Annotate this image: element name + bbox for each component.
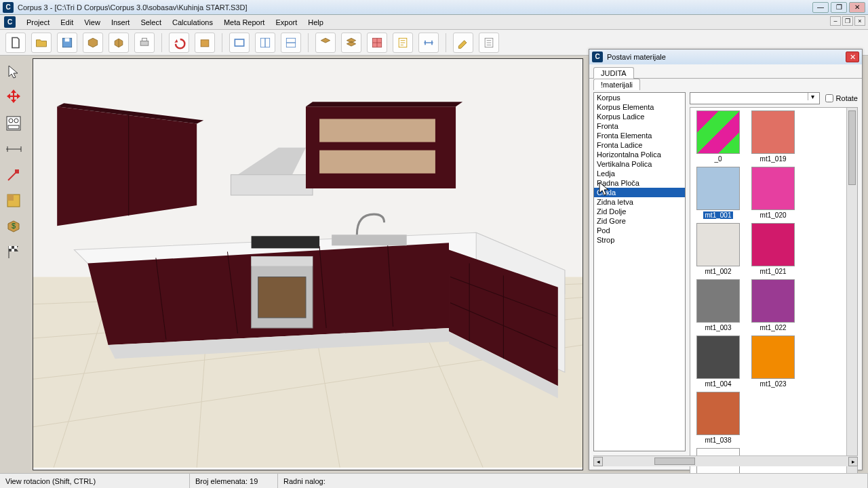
menu-insert[interactable]: Insert: [106, 16, 136, 28]
tool-view1-icon[interactable]: [229, 33, 250, 53]
material-swatch[interactable]: mt1_022: [751, 279, 795, 331]
material-swatch[interactable]: mt1_002: [696, 223, 740, 275]
window-title: Corpus 3 - [C:\Tri D Corpus\Corpus 3.0\s…: [18, 3, 812, 12]
svg-rect-1: [65, 38, 70, 41]
window-titlebar: C Corpus 3 - [C:\Tri D Corpus\Corpus 3.0…: [0, 0, 868, 15]
rotate-checkbox[interactable]: Rotate: [825, 94, 858, 102]
panel-user-tab[interactable]: JUDITA: [593, 67, 634, 79]
tool-save-icon[interactable]: [57, 33, 77, 53]
tool-element-icon[interactable]: [83, 33, 103, 53]
svg-marker-35: [231, 175, 313, 195]
svg-rect-51: [332, 235, 407, 245]
tool-flag-icon[interactable]: [3, 241, 24, 263]
svg-rect-5: [235, 39, 243, 46]
tool-view3-icon[interactable]: [281, 33, 301, 53]
menu-project[interactable]: Project: [21, 16, 55, 28]
tool-package-icon[interactable]: [195, 33, 215, 53]
tool-list-icon[interactable]: [479, 33, 499, 53]
svg-rect-48: [258, 277, 306, 318]
category-item[interactable]: Fronta Elementa: [594, 131, 685, 140]
panel-title: Postavi materijale: [607, 53, 846, 61]
tool-stove-icon[interactable]: [3, 113, 24, 134]
svg-rect-17: [15, 169, 19, 174]
category-item[interactable]: Ledja: [594, 169, 685, 178]
material-swatch[interactable]: mt1_020: [751, 167, 795, 219]
category-item[interactable]: Zidna letva: [594, 197, 685, 207]
tool-new-icon[interactable]: [5, 33, 26, 53]
panel-icon: C: [592, 52, 603, 62]
material-swatch[interactable]: mt1_019: [751, 110, 795, 163]
material-filter-combo[interactable]: [690, 92, 820, 104]
category-item[interactable]: Vertikalna Polica: [594, 159, 685, 169]
tool-report-icon[interactable]: [393, 33, 413, 53]
swatch-grid: _0mt1_001mt1_002mt1_003mt1_004 mt1_019mt…: [690, 108, 846, 488]
swatch-hscrollbar[interactable]: ◂▸: [593, 455, 858, 466]
svg-rect-9: [286, 43, 295, 47]
tool-undo-icon[interactable]: [169, 33, 189, 53]
category-item[interactable]: Zid Dolje: [594, 207, 685, 216]
window-maximize-button[interactable]: ❐: [831, 2, 847, 13]
tool-open-icon[interactable]: [31, 33, 52, 53]
category-item[interactable]: Pod: [594, 226, 685, 235]
tool-material2-icon[interactable]: [341, 33, 361, 53]
tool-cursor-icon[interactable]: [3, 61, 24, 83]
svg-rect-6: [260, 38, 265, 47]
menu-edit[interactable]: Edit: [55, 16, 79, 28]
menu-meta-report[interactable]: Meta Report: [218, 16, 271, 28]
svg-rect-49: [252, 256, 313, 266]
menu-select[interactable]: Select: [135, 16, 167, 28]
panel-group-tab[interactable]: !materijali: [593, 79, 640, 90]
material-swatch[interactable]: mt1_003: [696, 279, 740, 331]
tool-move-icon[interactable]: [3, 87, 24, 108]
category-item[interactable]: Korpus: [594, 93, 685, 102]
mdi-close-button[interactable]: ×: [854, 16, 865, 26]
material-swatch[interactable]: mt1_023: [751, 336, 795, 388]
material-swatch[interactable]: mt1_001: [696, 167, 740, 219]
panel-close-button[interactable]: ✕: [846, 52, 859, 62]
category-item[interactable]: Fronta: [594, 121, 685, 131]
menu-export[interactable]: Export: [270, 16, 302, 28]
tool-print-icon[interactable]: [134, 33, 155, 53]
category-item[interactable]: Fronta Ladice: [594, 140, 685, 150]
category-list[interactable]: KorpusKorpus ElementaKorpus LadiceFronta…: [593, 92, 686, 451]
tool-edit-icon[interactable]: [453, 33, 473, 53]
tool-cost-icon[interactable]: $: [3, 216, 24, 237]
menubar: C Project Edit View Insert Select Calcul…: [0, 15, 868, 30]
tool-texture-icon[interactable]: [3, 190, 24, 211]
material-swatch[interactable]: mt1_038: [696, 392, 740, 444]
swatch-vscrollbar[interactable]: [846, 108, 857, 488]
tool-box-icon[interactable]: [108, 33, 129, 53]
category-item[interactable]: Zid Gore: [594, 216, 685, 226]
category-item[interactable]: Cokla: [594, 188, 685, 197]
category-item[interactable]: Korpus Ladice: [594, 112, 685, 121]
mdi-restore-button[interactable]: ❐: [842, 16, 853, 26]
tool-dimension-icon[interactable]: [3, 138, 24, 160]
svg-rect-50: [252, 236, 319, 248]
menu-help[interactable]: Help: [302, 16, 329, 28]
material-swatch[interactable]: _0: [696, 110, 740, 163]
tool-grid-icon[interactable]: [367, 33, 387, 53]
menu-calculations[interactable]: Calculations: [167, 16, 218, 28]
category-item[interactable]: Strop: [594, 235, 685, 245]
svg-rect-19: [7, 195, 14, 201]
menu-view[interactable]: View: [79, 16, 106, 28]
svg-rect-4: [201, 39, 209, 46]
tool-view2-icon[interactable]: [255, 33, 275, 53]
app-small-icon: C: [4, 16, 16, 28]
window-close-button[interactable]: ✕: [849, 2, 865, 13]
tool-material1-icon[interactable]: [315, 33, 336, 53]
category-item[interactable]: Horizontalna Polica: [594, 150, 685, 159]
material-swatch[interactable]: mt1_004: [696, 336, 740, 388]
status-mid: Broj elemenata: 19: [190, 474, 278, 488]
svg-rect-8: [286, 38, 295, 43]
mdi-minimize-button[interactable]: –: [830, 16, 841, 26]
viewport-3d[interactable]: Perspective: [33, 58, 583, 470]
window-minimize-button[interactable]: —: [812, 2, 829, 13]
tool-dimensions-icon[interactable]: [418, 33, 439, 53]
status-left: View rotacion (Shift, CTRL): [0, 474, 190, 488]
material-swatch[interactable]: mt1_021: [751, 223, 795, 275]
category-item[interactable]: Korpus Elementa: [594, 102, 685, 112]
tool-brush-icon[interactable]: [3, 164, 24, 186]
materials-panel: C Postavi materijale ✕ JUDITA !materijal…: [589, 49, 863, 470]
category-item[interactable]: Radna Ploča: [594, 178, 685, 188]
